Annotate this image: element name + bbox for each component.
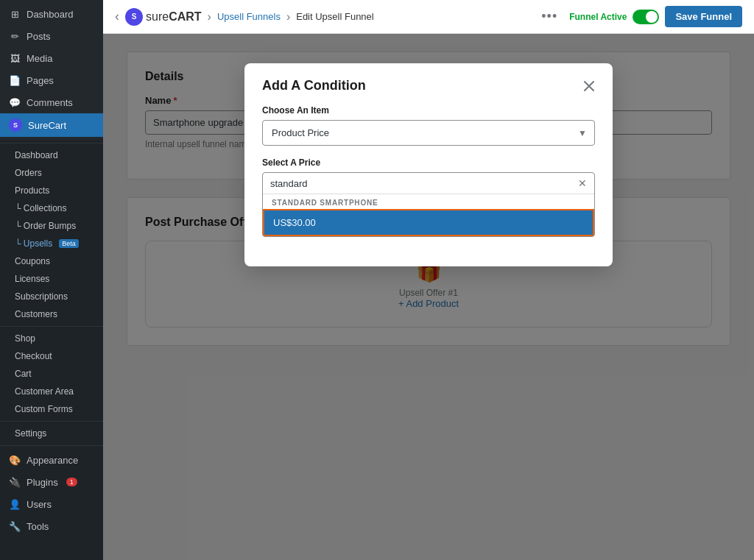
sidebar-item-shop[interactable]: Shop xyxy=(0,330,103,347)
back-button[interactable]: ‹ xyxy=(115,9,119,24)
sidebar-item-upsells[interactable]: └ Upsells Beta xyxy=(0,235,103,252)
modal-header: Add A Condition xyxy=(244,63,613,105)
select-price-field: Select A Price ✕ STANDARD SMARTPHONE US$… xyxy=(262,157,595,237)
sidebar-label: └ Collections xyxy=(15,203,67,213)
sidebar-item-customer-area[interactable]: Customer Area xyxy=(0,383,103,400)
funnel-active-toggle[interactable] xyxy=(633,10,659,24)
sidebar-item-cart[interactable]: Cart xyxy=(0,365,103,383)
sidebar-item-pages[interactable]: 📄 Pages xyxy=(0,69,103,91)
sidebar-item-label: Plugins xyxy=(27,477,58,488)
sidebar-item-dashboard-top[interactable]: ⊞ Dashboard xyxy=(0,3,103,25)
sidebar-item-dashboard[interactable]: Dashboard xyxy=(0,146,103,164)
sidebar-item-coupons[interactable]: Coupons xyxy=(0,252,103,270)
sidebar-label: Orders xyxy=(15,168,42,178)
close-icon xyxy=(583,80,595,92)
sidebar-item-label: Pages xyxy=(27,75,54,86)
sidebar-item-products[interactable]: Products xyxy=(0,182,103,199)
sidebar-label: Customer Area xyxy=(15,386,74,397)
breadcrumb-upsell-funnels[interactable]: Upsell Funnels xyxy=(217,11,281,22)
tools-icon: 🔧 xyxy=(9,520,21,532)
more-options-button[interactable]: ••• xyxy=(535,6,563,27)
sidebar-item-orders[interactable]: Orders xyxy=(0,164,103,182)
sidebar-item-posts[interactable]: ✏ Posts xyxy=(0,25,103,47)
breadcrumb-sep-1: › xyxy=(208,10,211,24)
choose-item-field: Choose An Item Product Price ▼ xyxy=(262,105,595,146)
dropdown-option-price[interactable]: US$30.00 xyxy=(263,209,594,236)
sidebar-item-label: Media xyxy=(27,53,52,64)
posts-icon: ✏ xyxy=(9,30,21,42)
breadcrumb-edit-funnel: Edit Upsell Funnel xyxy=(296,11,374,22)
sidebar-item-label: Appearance xyxy=(27,455,78,466)
dashboard-icon: ⊞ xyxy=(9,8,21,20)
sidebar-item-appearance[interactable]: 🎨 Appearance xyxy=(0,449,103,471)
sidebar: ⊞ Dashboard ✏ Posts 🖼 Media 📄 Pages 💬 Co… xyxy=(0,0,103,560)
content-area: Details Name * Internal upsell funnel na… xyxy=(103,34,754,560)
sidebar-label: Products xyxy=(15,185,49,196)
save-funnel-button[interactable]: Save Funnel xyxy=(665,6,742,27)
pages-icon: 📄 xyxy=(9,74,21,86)
funnel-status: Funnel Active xyxy=(569,10,659,24)
sidebar-item-plugins[interactable]: 🔌 Plugins 1 xyxy=(0,471,103,493)
users-icon: 👤 xyxy=(9,498,21,510)
choose-item-dropdown[interactable]: Product Price ▼ xyxy=(262,120,595,146)
sidebar-item-collections[interactable]: └ Collections xyxy=(0,199,103,217)
modal-close-button[interactable] xyxy=(583,80,595,92)
sidebar-label: Checkout xyxy=(15,351,52,361)
logo-icon: S xyxy=(125,8,143,26)
plugins-count-badge: 1 xyxy=(66,478,77,486)
sidebar-item-label: Posts xyxy=(27,31,51,42)
sidebar-label: └ Upsells xyxy=(15,238,52,249)
topbar: ‹ S sureCART › Upsell Funnels › Edit Ups… xyxy=(103,0,754,34)
surecart-logo: S sureCART xyxy=(125,8,202,26)
sidebar-label: └ Order Bumps xyxy=(15,221,76,231)
sidebar-label: Shop xyxy=(15,333,35,344)
comments-icon: 💬 xyxy=(9,96,21,108)
sidebar-label: Coupons xyxy=(15,256,50,266)
choose-item-label: Choose An Item xyxy=(262,105,595,116)
chevron-down-icon: ▼ xyxy=(578,128,587,138)
appearance-icon: 🎨 xyxy=(9,454,21,466)
modal-body: Choose An Item Product Price ▼ Select A … xyxy=(244,105,613,266)
media-icon: 🖼 xyxy=(9,52,21,64)
sidebar-label: Customers xyxy=(15,309,57,319)
sidebar-item-label: Users xyxy=(27,499,52,510)
sidebar-label: Subscriptions xyxy=(15,291,68,302)
sidebar-item-label: SureCart xyxy=(28,120,66,131)
add-condition-modal: Add A Condition Choose An Item Product P… xyxy=(244,63,613,266)
sidebar-item-custom-forms[interactable]: Custom Forms xyxy=(0,400,103,418)
search-row: ✕ xyxy=(263,173,594,194)
sidebar-item-media[interactable]: 🖼 Media xyxy=(0,47,103,69)
sidebar-item-tools[interactable]: 🔧 Tools xyxy=(0,515,103,537)
sidebar-item-customers[interactable]: Customers xyxy=(0,305,103,323)
sidebar-item-comments[interactable]: 💬 Comments xyxy=(0,91,103,113)
sidebar-label: Licenses xyxy=(15,274,49,284)
sidebar-item-label: Dashboard xyxy=(27,9,74,20)
sidebar-item-order-bumps[interactable]: └ Order Bumps xyxy=(0,217,103,235)
sidebar-item-label: Tools xyxy=(27,521,49,532)
dropdown-group-label: STANDARD SMARTPHONE xyxy=(263,194,594,209)
sidebar-label: Custom Forms xyxy=(15,404,73,414)
sidebar-item-checkout[interactable]: Checkout xyxy=(0,347,103,365)
sidebar-item-settings[interactable]: Settings xyxy=(0,425,103,442)
funnel-status-label: Funnel Active xyxy=(569,12,627,22)
modal-title: Add A Condition xyxy=(262,78,366,93)
sidebar-label: Cart xyxy=(15,369,32,379)
sidebar-item-users[interactable]: 👤 Users xyxy=(0,493,103,515)
surecart-icon: S xyxy=(9,118,22,132)
sidebar-item-label: Comments xyxy=(27,97,73,108)
modal-overlay: Add A Condition Choose An Item Product P… xyxy=(103,34,754,560)
sidebar-item-subscriptions[interactable]: Subscriptions xyxy=(0,288,103,305)
choose-item-value: Product Price xyxy=(263,121,594,145)
sidebar-label: Settings xyxy=(15,428,46,439)
select-price-label: Select A Price xyxy=(262,157,595,168)
clear-search-button[interactable]: ✕ xyxy=(578,177,587,189)
plugins-icon: 🔌 xyxy=(9,476,21,488)
price-search-input[interactable] xyxy=(270,178,578,189)
sidebar-label: Dashboard xyxy=(15,150,58,160)
beta-badge: Beta xyxy=(59,239,79,248)
breadcrumb-sep-2: › xyxy=(286,10,290,24)
main-area: ‹ S sureCART › Upsell Funnels › Edit Ups… xyxy=(103,0,754,560)
price-dropdown-open: ✕ STANDARD SMARTPHONE US$30.00 xyxy=(262,172,595,237)
sidebar-item-licenses[interactable]: Licenses xyxy=(0,270,103,288)
sidebar-item-surecart[interactable]: S SureCart xyxy=(0,113,103,137)
